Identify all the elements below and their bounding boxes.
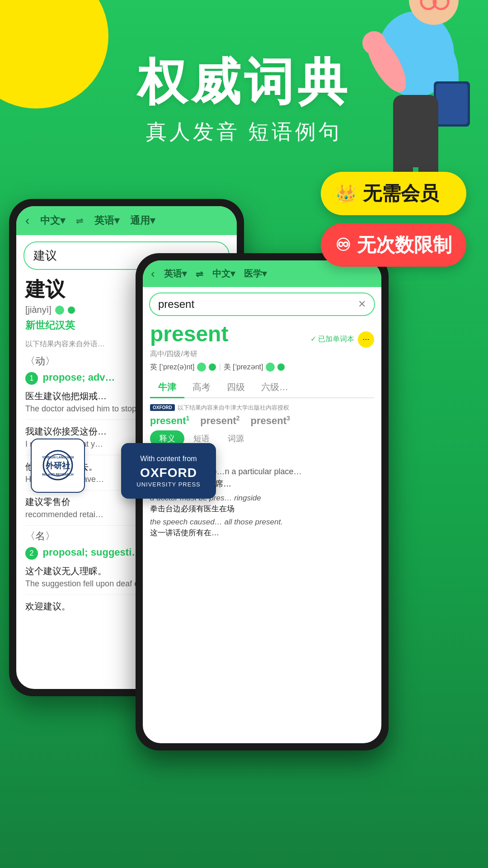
badges-container: 👑 无需会员 ♾ 无次数限制 xyxy=(321,172,466,267)
crown-icon: 👑 xyxy=(335,184,357,203)
svg-text:TEACHING AND RESEARCH PRESS: TEACHING AND RESEARCH PRESS xyxy=(42,473,74,476)
svg-rect-14 xyxy=(436,84,468,124)
pf-added-text[interactable]: ✓ 已加单词本 xyxy=(310,335,354,344)
infinity-icon: ♾ xyxy=(335,235,351,255)
pf-pron-row: 英 [ˈprez(ə)nt] | 美 [ˈprezənt] xyxy=(150,363,374,372)
pf-sense-tab-etymology[interactable]: 词源 xyxy=(219,430,253,447)
pf-pron-us: 美 [ˈprezənt] xyxy=(224,363,263,372)
pf-uk-speaker-icon[interactable] xyxy=(197,363,206,372)
oxford-badge: With content from OXFORD UNIVERSITY PRES… xyxy=(121,443,216,499)
svg-point-20 xyxy=(362,31,386,55)
svg-text:FOREIGN LANGUAGE: FOREIGN LANGUAGE xyxy=(42,456,74,459)
pf-tab-cet6[interactable]: 六级… xyxy=(253,377,296,397)
pf-pf-example2: the speech caused… all those present. 这一… xyxy=(150,517,374,538)
pf-back-arrow[interactable]: ‹ xyxy=(151,267,155,281)
pf-lang1[interactable]: 英语▾ xyxy=(164,268,187,280)
phone-front: ‹ 英语▾ ⇌ 中文▾ 医学▾ present ✕ present ✓ 已加单词… xyxy=(136,253,389,750)
pb-play-icon[interactable] xyxy=(68,307,75,314)
pb-lang-swap[interactable]: ⇌ xyxy=(76,215,84,226)
pf-uk-play-icon[interactable] xyxy=(209,363,216,371)
pf-tab-oxford[interactable]: 牛津 xyxy=(150,377,184,398)
pf-search-text: present xyxy=(158,298,194,311)
pf-level: 高中/四级/考研 xyxy=(150,349,374,359)
pb-speaker1-icon[interactable] xyxy=(55,306,64,315)
badge2-text: 无次数限制 xyxy=(357,232,452,258)
waiguyan-icon: 外研社 FOREIGN LANGUAGE TEACHING AND RESEAR… xyxy=(42,449,74,481)
pb-lang1[interactable]: 中文▾ xyxy=(40,214,65,227)
waiguyan-badge: 外研社 FOREIGN LANGUAGE TEACHING AND RESEAR… xyxy=(31,439,85,493)
pf-clear-icon[interactable]: ✕ xyxy=(358,298,366,310)
pf-oxford-small: OXFORD 以下结果内容来自牛津大学出版社内容授权 xyxy=(150,404,374,412)
pf-more-button[interactable]: ··· xyxy=(358,331,374,348)
oxford-press: UNIVERSITY PRESS xyxy=(135,481,202,488)
waiguyan-logo: 外研社 FOREIGN LANGUAGE TEACHING AND RESEAR… xyxy=(42,449,74,482)
pb-search-text: 建议 xyxy=(33,248,57,264)
pf-tab-gaokao[interactable]: 高考 xyxy=(184,377,219,397)
pf-lang-swap[interactable]: ⇌ xyxy=(196,269,203,279)
svg-text:外研社: 外研社 xyxy=(45,461,70,470)
badge1-text: 无需会员 xyxy=(363,181,439,206)
pf-us-play-icon[interactable] xyxy=(277,363,285,371)
pb-sense-num1: 1 xyxy=(25,372,38,385)
pf-pron-uk: 英 [ˈprez(ə)nt] xyxy=(150,363,194,372)
no-membership-badge[interactable]: 👑 无需会员 xyxy=(321,172,466,215)
pf-word-row: present ✓ 已加单词本 ··· xyxy=(150,321,374,348)
pf-variant1[interactable]: present1 xyxy=(150,415,189,427)
pb-back-arrow[interactable]: ‹ xyxy=(25,213,29,228)
pf-lang2[interactable]: 中文▾ xyxy=(212,268,235,280)
pb-sense-num2: 2 xyxy=(25,547,38,560)
pf-variant2[interactable]: present2 xyxy=(200,415,239,427)
pb-lang2[interactable]: 英语▾ xyxy=(94,214,119,227)
pb-lang3[interactable]: 通用▾ xyxy=(130,214,155,227)
pf-oxford-logo-small: OXFORD xyxy=(150,404,175,411)
pf-lang3[interactable]: 医学▾ xyxy=(244,268,267,280)
oxford-with-content: With content from xyxy=(135,454,202,464)
pf-us-speaker-icon[interactable] xyxy=(266,363,275,372)
oxford-name: OXFORD xyxy=(135,466,202,480)
pb-sense-text1: propose; adv… xyxy=(42,372,115,383)
pb-sense-text2: proposal; suggesti… xyxy=(42,547,141,558)
phone-front-screen: ‹ 英语▾ ⇌ 中文▾ 医学▾ present ✕ present ✓ 已加单词… xyxy=(143,260,381,743)
pf-tabs: 牛津 高考 四级 六级… xyxy=(150,377,374,398)
pf-word-variants: present1 present2 present3 xyxy=(150,415,374,427)
pf-oxford-note: 以下结果内容来自牛津大学出版社内容授权 xyxy=(178,404,289,412)
pb-nav-bar: ‹ 中文▾ ⇌ 英语▾ 通用▾ xyxy=(16,206,237,235)
pf-tab-cet4[interactable]: 四级 xyxy=(219,377,253,397)
pf-word: present xyxy=(150,321,228,346)
unlimited-badge[interactable]: ♾ 无次数限制 xyxy=(321,223,466,267)
pf-word-actions: ✓ 已加单词本 ··· xyxy=(310,331,374,348)
pf-content: present ✓ 已加单词本 ··· 高中/四级/考研 英 [ˈprez(ə)… xyxy=(143,321,381,538)
pf-search-bar[interactable]: present ✕ xyxy=(149,292,375,316)
pf-variant3[interactable]: present3 xyxy=(251,415,290,427)
